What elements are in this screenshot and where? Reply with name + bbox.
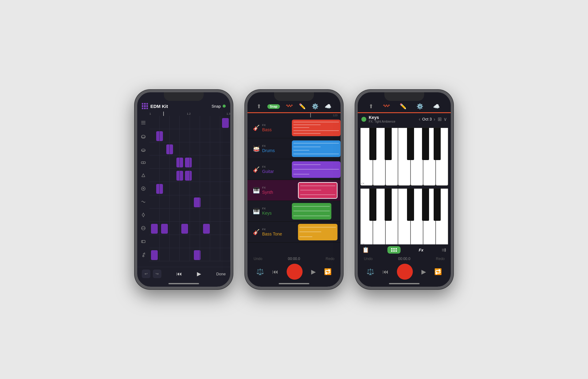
p2-play-icon[interactable]: ▶	[311, 268, 316, 275]
p1-grid-row-9[interactable]	[149, 235, 230, 248]
p3-key-e[interactable]	[386, 128, 398, 186]
p1-beat[interactable]	[156, 131, 163, 141]
p3-piano-lower[interactable]: C3	[360, 188, 448, 247]
p2-cloud-icon[interactable]: ☁️	[325, 103, 331, 110]
p2-skip-icon[interactable]: ⏮	[272, 268, 278, 275]
p3-next-oct[interactable]: ›	[434, 117, 435, 122]
p3-loop-icon[interactable]: 🔁	[434, 268, 442, 275]
p3-key-a3[interactable]	[423, 189, 435, 246]
p2-redo-label[interactable]: Redo	[326, 257, 334, 261]
p1-beat[interactable]	[185, 158, 192, 167]
p3-key-f[interactable]	[398, 128, 410, 186]
p3-skip-icon[interactable]: ⏮	[383, 268, 389, 275]
p2-record-btn[interactable]	[287, 264, 303, 280]
p3-redo-label[interactable]: Redo	[436, 257, 445, 261]
p2-keys-block[interactable]	[292, 203, 331, 220]
p1-play-btn[interactable]: ▶	[197, 270, 201, 277]
p1-grid-row-6[interactable]	[149, 195, 230, 209]
p3-fx-btn[interactable]: Fx	[419, 248, 423, 252]
p1-beat[interactable]	[166, 144, 173, 154]
p2-guitar-blocks[interactable]	[292, 159, 341, 180]
p1-beat[interactable]	[176, 171, 183, 181]
p3-key-g3[interactable]	[411, 189, 423, 246]
p2-timeline: 1 2 3	[247, 113, 341, 117]
p2-undo-label[interactable]: Undo	[254, 257, 262, 261]
p3-mixer-icon[interactable]: ⚖️	[367, 268, 374, 275]
p3-key-a[interactable]	[423, 128, 435, 186]
p1-skip-btn[interactable]: ⏮	[176, 271, 182, 277]
p3-record-btn[interactable]	[397, 264, 413, 280]
p2-waveform-icon[interactable]	[286, 103, 293, 110]
p3-collapse-icon[interactable]: ∨	[443, 116, 447, 122]
p1-beat[interactable]	[181, 224, 188, 234]
p3-key-b[interactable]	[436, 128, 448, 186]
p2-bass-blocks[interactable]	[292, 117, 341, 138]
p2-keys-blocks[interactable]	[292, 201, 341, 221]
p3-key-c3[interactable]	[360, 189, 373, 246]
p2-drums-icon: 🥁	[253, 145, 260, 152]
p3-key-g[interactable]	[411, 128, 423, 186]
p2-drums-blocks[interactable]	[292, 138, 341, 159]
p3-play-icon[interactable]: ▶	[421, 268, 426, 275]
p1-redo-btn[interactable]: ↪	[153, 270, 161, 278]
p2-bass-block[interactable]	[292, 120, 341, 136]
p1-beat[interactable]	[161, 224, 168, 234]
p1-grid-row-4[interactable]	[149, 169, 230, 182]
p3-undo-label[interactable]: Undo	[364, 257, 373, 261]
p2-export-icon[interactable]: ⬆	[257, 103, 261, 110]
p3-grid-view-icon[interactable]: ⊞	[438, 116, 442, 122]
p3-time-row: Undo 00:00.0 Redo	[358, 255, 451, 262]
p1-beat[interactable]	[222, 118, 229, 128]
p1-beat[interactable]	[185, 171, 192, 181]
p1-beat[interactable]	[203, 224, 210, 234]
p1-grid-row-7[interactable]	[149, 209, 230, 222]
p3-gear-icon[interactable]: ⚙️	[417, 103, 423, 110]
p1-grid-row-0[interactable]	[149, 116, 230, 129]
p2-mixer-icon[interactable]: ⚖️	[256, 268, 264, 275]
p3-copy-icon[interactable]: 📋	[362, 247, 369, 253]
p1-grid-row-1[interactable]	[149, 129, 230, 142]
p3-waveform-icon[interactable]	[383, 103, 390, 109]
p1-beat[interactable]	[194, 197, 201, 207]
p1-beat[interactable]	[176, 158, 183, 167]
p3-key-f3[interactable]	[398, 189, 410, 246]
p1-beat[interactable]	[151, 224, 158, 234]
p2-drums-block[interactable]	[292, 140, 341, 157]
p3-cloud-icon[interactable]: ☁️	[433, 103, 440, 110]
p3-key-c[interactable]	[360, 128, 373, 186]
p1-beat[interactable]	[151, 250, 158, 260]
p2-time-display: 00:00.0	[288, 257, 300, 261]
p2-guitar-block[interactable]	[292, 161, 341, 178]
p2-loop-icon[interactable]: 🔁	[324, 268, 332, 275]
p3-pencil-icon[interactable]: ✏️	[400, 103, 406, 110]
p3-export-icon[interactable]: ⬆	[369, 103, 373, 110]
p3-key-d3[interactable]	[373, 189, 385, 246]
p2-pencil-icon[interactable]: ✏️	[299, 103, 306, 110]
p1-grid-row-3[interactable]	[149, 155, 230, 169]
p3-key-d[interactable]	[373, 128, 385, 186]
p3-grid-btn[interactable]	[387, 246, 401, 254]
p3-prev-oct[interactable]: ‹	[419, 117, 420, 122]
p1-track-icons	[137, 116, 149, 261]
p1-grid-row-8[interactable]	[149, 222, 230, 235]
p3-piano-upper[interactable]: C4	[360, 128, 448, 186]
p3-key-e3[interactable]	[386, 189, 398, 246]
p3-arpeggio-icon[interactable]: ⇉	[442, 247, 446, 253]
p1-beat[interactable]	[194, 250, 201, 260]
p1-grid-row-10[interactable]	[149, 248, 230, 261]
p1-grid-row-5[interactable]	[149, 182, 230, 195]
p2-gear-icon[interactable]: ⚙️	[312, 103, 318, 110]
p1-done-btn[interactable]: Done	[216, 272, 226, 276]
p2-snap-badge[interactable]: Snap	[267, 104, 280, 109]
p2-synth-blocks[interactable]	[292, 180, 341, 201]
p1-grid-row-2[interactable]	[149, 142, 230, 155]
p1-beat[interactable]	[156, 184, 163, 194]
p1-undo-btn[interactable]: ↩	[142, 270, 150, 278]
p2-bass-tone-blocks[interactable]	[292, 222, 341, 242]
p3-key-b3[interactable]	[436, 189, 448, 246]
p2-track-keys: 🎹 FX Keys	[247, 201, 341, 222]
p2-synth-block[interactable]	[298, 182, 337, 199]
p1-drum-machine	[137, 116, 230, 261]
p2-bass-tone-block[interactable]	[298, 224, 337, 240]
p2-timeline-inner: 1 2 3	[333, 114, 341, 117]
